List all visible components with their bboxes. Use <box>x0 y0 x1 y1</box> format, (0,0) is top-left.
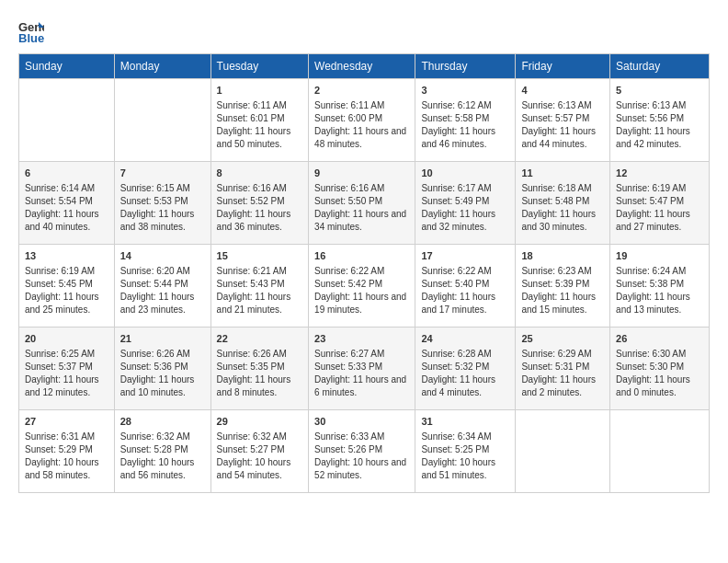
day-number: 4 <box>521 84 604 98</box>
logo-icon: General Blue <box>18 18 44 44</box>
day-info: Sunrise: 6:24 AM <box>616 265 703 278</box>
day-info: Sunrise: 6:32 AM <box>217 431 302 443</box>
calendar-cell <box>114 79 210 162</box>
day-number: 29 <box>217 415 302 429</box>
day-info: Daylight: 11 hours and 27 minutes. <box>616 208 703 234</box>
day-number: 23 <box>314 332 409 346</box>
day-info: Sunset: 5:30 PM <box>616 361 703 373</box>
calendar-cell: 29Sunrise: 6:32 AMSunset: 5:27 PMDayligh… <box>210 410 308 493</box>
calendar-cell: 1Sunrise: 6:11 AMSunset: 6:01 PMDaylight… <box>210 79 308 162</box>
day-number: 17 <box>421 249 509 263</box>
day-info: Sunset: 5:45 PM <box>25 278 108 291</box>
calendar-cell: 21Sunrise: 6:26 AMSunset: 5:36 PMDayligh… <box>114 327 210 410</box>
calendar-cell: 8Sunrise: 6:16 AMSunset: 5:52 PMDaylight… <box>210 162 308 245</box>
day-info: Daylight: 11 hours and 25 minutes. <box>25 291 108 316</box>
day-info: Daylight: 11 hours and 46 minutes. <box>421 125 509 151</box>
day-info: Sunset: 5:35 PM <box>217 361 302 373</box>
day-info: Sunset: 5:57 PM <box>521 112 604 125</box>
calendar-cell <box>610 410 710 493</box>
day-number: 8 <box>217 167 302 180</box>
day-info: Sunrise: 6:26 AM <box>217 348 302 361</box>
day-info: Sunset: 5:49 PM <box>421 195 509 208</box>
day-info: Sunset: 5:52 PM <box>217 195 302 208</box>
day-number: 11 <box>521 167 604 180</box>
day-number: 16 <box>314 249 409 263</box>
day-info: Daylight: 11 hours and 36 minutes. <box>217 208 302 234</box>
day-info: Sunset: 5:39 PM <box>521 278 604 291</box>
day-number: 27 <box>25 415 108 429</box>
calendar-cell: 26Sunrise: 6:30 AMSunset: 5:30 PMDayligh… <box>610 327 710 410</box>
day-info: Daylight: 11 hours and 4 minutes. <box>421 373 509 399</box>
day-number: 14 <box>120 249 205 263</box>
day-info: Sunset: 5:31 PM <box>521 361 604 373</box>
day-info: Daylight: 11 hours and 15 minutes. <box>521 291 604 316</box>
day-info: Daylight: 10 hours and 58 minutes. <box>25 456 108 482</box>
day-info: Daylight: 11 hours and 13 minutes. <box>616 291 703 316</box>
day-number: 13 <box>25 249 108 263</box>
calendar-cell: 4Sunrise: 6:13 AMSunset: 5:57 PMDaylight… <box>516 79 610 162</box>
day-number: 24 <box>421 332 509 346</box>
calendar-cell: 7Sunrise: 6:15 AMSunset: 5:53 PMDaylight… <box>114 162 210 245</box>
day-info: Sunrise: 6:16 AM <box>314 182 409 195</box>
day-info: Sunset: 5:28 PM <box>120 443 205 456</box>
calendar-cell: 3Sunrise: 6:12 AMSunset: 5:58 PMDaylight… <box>415 79 516 162</box>
calendar-cell: 28Sunrise: 6:32 AMSunset: 5:28 PMDayligh… <box>114 410 210 493</box>
logo: General Blue <box>18 18 48 44</box>
day-number: 30 <box>314 415 409 429</box>
day-number: 6 <box>25 167 108 180</box>
week-row-2: 6Sunrise: 6:14 AMSunset: 5:54 PMDaylight… <box>19 162 710 245</box>
day-number: 10 <box>421 167 509 180</box>
day-info: Sunset: 5:50 PM <box>314 195 409 208</box>
day-info: Sunrise: 6:16 AM <box>217 182 302 195</box>
day-number: 26 <box>616 332 703 346</box>
day-number: 25 <box>521 332 604 346</box>
day-info: Daylight: 11 hours and 23 minutes. <box>120 291 205 316</box>
day-info: Sunset: 5:33 PM <box>314 361 409 373</box>
day-header-monday: Monday <box>114 54 210 79</box>
day-number: 19 <box>616 249 703 263</box>
day-info: Sunset: 5:47 PM <box>616 195 703 208</box>
day-info: Daylight: 11 hours and 0 minutes. <box>616 373 703 399</box>
day-info: Sunset: 5:27 PM <box>217 443 302 456</box>
day-info: Daylight: 11 hours and 40 minutes. <box>25 208 108 234</box>
day-info: Sunset: 5:26 PM <box>314 443 409 456</box>
day-number: 18 <box>521 249 604 263</box>
day-info: Sunset: 5:37 PM <box>25 361 108 373</box>
day-info: Sunrise: 6:20 AM <box>120 265 205 278</box>
calendar-cell: 12Sunrise: 6:19 AMSunset: 5:47 PMDayligh… <box>610 162 710 245</box>
calendar-cell: 19Sunrise: 6:24 AMSunset: 5:38 PMDayligh… <box>610 245 710 327</box>
day-info: Daylight: 11 hours and 21 minutes. <box>217 291 302 316</box>
day-info: Sunrise: 6:29 AM <box>521 348 604 361</box>
day-info: Sunrise: 6:19 AM <box>25 265 108 278</box>
day-info: Sunrise: 6:30 AM <box>616 348 703 361</box>
day-info: Daylight: 11 hours and 42 minutes. <box>616 125 703 151</box>
day-info: Sunset: 5:44 PM <box>120 278 205 291</box>
calendar-cell <box>19 79 115 162</box>
calendar-cell: 24Sunrise: 6:28 AMSunset: 5:32 PMDayligh… <box>415 327 516 410</box>
day-info: Sunrise: 6:33 AM <box>314 431 409 443</box>
svg-text:Blue: Blue <box>18 31 44 44</box>
calendar-cell: 14Sunrise: 6:20 AMSunset: 5:44 PMDayligh… <box>114 245 210 327</box>
day-info: Sunset: 5:38 PM <box>616 278 703 291</box>
day-info: Sunset: 5:40 PM <box>421 278 509 291</box>
day-header-thursday: Thursday <box>415 54 516 79</box>
day-info: Sunset: 5:25 PM <box>421 443 509 456</box>
day-info: Sunset: 5:53 PM <box>120 195 205 208</box>
day-number: 2 <box>314 84 409 98</box>
week-row-3: 13Sunrise: 6:19 AMSunset: 5:45 PMDayligh… <box>19 245 710 327</box>
day-header-wednesday: Wednesday <box>309 54 415 79</box>
day-info: Sunset: 6:01 PM <box>217 112 302 125</box>
day-header-sunday: Sunday <box>19 54 115 79</box>
day-number: 9 <box>314 167 409 180</box>
day-info: Daylight: 11 hours and 44 minutes. <box>521 125 604 151</box>
day-info: Sunset: 5:54 PM <box>25 195 108 208</box>
day-info: Sunrise: 6:25 AM <box>25 348 108 361</box>
day-info: Sunset: 5:48 PM <box>521 195 604 208</box>
day-info: Daylight: 11 hours and 10 minutes. <box>120 373 205 399</box>
day-number: 3 <box>421 84 509 98</box>
calendar-cell: 23Sunrise: 6:27 AMSunset: 5:33 PMDayligh… <box>309 327 415 410</box>
page-header: General Blue <box>18 18 710 44</box>
calendar-cell: 11Sunrise: 6:18 AMSunset: 5:48 PMDayligh… <box>516 162 610 245</box>
day-info: Daylight: 11 hours and 34 minutes. <box>314 208 409 234</box>
day-number: 12 <box>616 167 703 180</box>
